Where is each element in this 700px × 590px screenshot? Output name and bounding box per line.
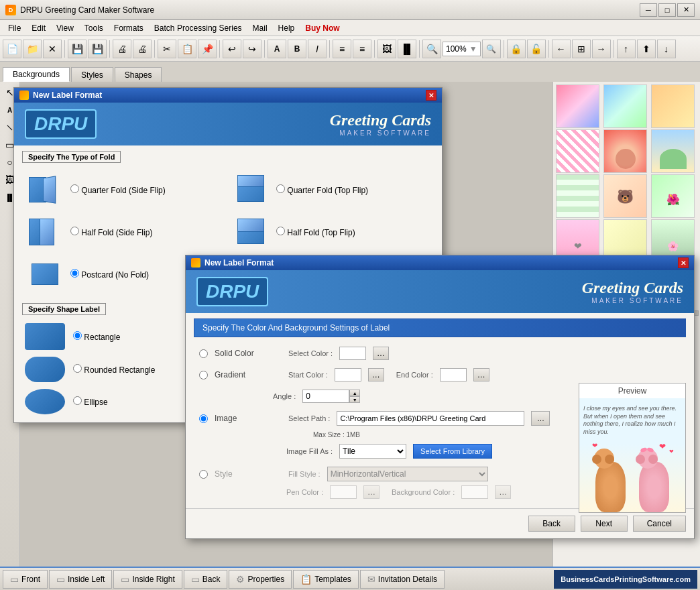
cancel-btn[interactable]: Cancel (633, 516, 686, 532)
toolbar-undo[interactable]: ↩ (223, 40, 241, 58)
toolbar-redo[interactable]: ↪ (243, 40, 261, 58)
image-cell[interactable] (556, 84, 599, 128)
tab-styles[interactable]: Styles (71, 67, 113, 82)
minimize-btn[interactable]: ─ (640, 3, 657, 17)
toolbar-forward[interactable]: → (592, 40, 611, 58)
toolbar-print2[interactable]: 🖨 (133, 40, 152, 58)
menu-buy-now[interactable]: Buy Now (300, 21, 345, 36)
image-radio[interactable] (199, 414, 208, 423)
style-top-row: Style Fill Style : MinHorizontalVertical (199, 467, 488, 481)
dialog1-close[interactable]: ✕ (426, 90, 436, 101)
bottom-tab-properties[interactable]: ⚙ Properties (229, 570, 292, 589)
toolbar-zoom-in[interactable]: 🔍 (482, 40, 501, 58)
bottom-tab-front[interactable]: ▭ Front (3, 570, 48, 589)
browse-btn[interactable]: … (531, 411, 550, 426)
shape-radio-ellipse[interactable] (73, 396, 82, 405)
close-btn[interactable]: ✕ (677, 3, 695, 17)
bottom-tab-inside-left[interactable]: ▭ Inside Left (49, 570, 112, 589)
toolbar-list[interactable]: ≡ (353, 40, 371, 58)
fold-radio-half-top[interactable] (276, 227, 285, 235)
menu-batch[interactable]: Batch Processing Series (149, 21, 247, 36)
menu-file[interactable]: File (3, 21, 26, 36)
toolbar-cut[interactable]: ✂ (158, 40, 176, 58)
menu-view[interactable]: View (51, 21, 79, 36)
menu-formats[interactable]: Formats (109, 21, 149, 36)
toolbar-open[interactable]: 📁 (23, 40, 42, 58)
solid-color-btn[interactable]: … (373, 347, 389, 360)
fold-radio-quarter-top[interactable] (276, 184, 285, 193)
toolbar-align[interactable]: ≡ (333, 40, 351, 58)
toolbar-zoom-out[interactable]: 🔍 (422, 40, 441, 58)
image-cell[interactable] (556, 129, 599, 173)
fold-radio-postcard[interactable] (70, 269, 79, 278)
next-btn[interactable]: Next (581, 516, 628, 532)
toolbar-copy[interactable]: 📋 (178, 40, 196, 58)
toolbar-back[interactable]: ← (552, 40, 571, 58)
style-radio[interactable] (199, 470, 208, 479)
select-from-library-btn[interactable]: Select From Library (413, 444, 492, 459)
gradient-radio[interactable] (199, 371, 208, 379)
shape-radio-rounded[interactable] (73, 364, 82, 373)
toolbar-unlock[interactable]: 🔓 (527, 40, 546, 58)
toolbar-new[interactable]: 📄 (3, 40, 21, 58)
image-path-input[interactable] (337, 411, 524, 426)
bottom-tab-back-label: Back (202, 575, 221, 584)
image-cell[interactable] (651, 84, 695, 128)
menu-tools[interactable]: Tools (79, 21, 109, 36)
fold-radio-quarter-side[interactable] (70, 184, 79, 193)
menu-mail[interactable]: Mail (247, 21, 273, 36)
end-color-swatch[interactable] (440, 368, 467, 381)
tab-shapes[interactable]: Shapes (115, 67, 162, 82)
solid-color-swatch[interactable] (339, 347, 366, 360)
toolbar-down[interactable]: ↓ (657, 40, 676, 58)
image-cell[interactable] (556, 174, 599, 218)
gradient-row: Gradient Start Color : … End Color : … (186, 364, 573, 386)
menu-edit[interactable]: Edit (26, 21, 51, 36)
start-color-btn[interactable]: … (368, 368, 384, 381)
bottom-tab-templates[interactable]: 📋 Templates (293, 570, 359, 589)
color-section-label: Specify The Color And Background Setting… (194, 318, 686, 337)
dialog2-close[interactable]: ✕ (678, 257, 689, 268)
image-cell[interactable] (603, 129, 647, 173)
start-color-swatch[interactable] (335, 368, 361, 381)
fold-radio-half-side[interactable] (70, 227, 79, 235)
image-fill-select[interactable]: Tile Stretch Center Fit (339, 444, 406, 459)
bottom-tab-back[interactable]: ▭ Back (184, 570, 228, 589)
tab-backgrounds[interactable]: Backgrounds (3, 67, 70, 82)
fold-icon-quarter-side (25, 171, 65, 208)
toolbar-italic[interactable]: I (308, 40, 327, 58)
shape-radio-rect[interactable] (73, 331, 82, 340)
toolbar-barcode[interactable]: ▐▌ (398, 40, 416, 58)
toolbar-export[interactable]: ⬆ (637, 40, 656, 58)
toolbar-image[interactable]: 🖼 (377, 40, 396, 58)
end-color-btn[interactable]: … (473, 368, 489, 381)
toolbar-up[interactable]: ↑ (617, 40, 636, 58)
greeting-big-1: Greeting Cards (330, 111, 431, 129)
angle-row: Angle : ▲ ▼ (186, 386, 573, 407)
toolbar-lines[interactable]: ⊞ (572, 40, 591, 58)
bottom-tab-inside-right[interactable]: ▭ Inside Right (113, 570, 182, 589)
angle-up-btn[interactable]: ▲ (349, 390, 360, 396)
toolbar-close[interactable]: ✕ (43, 40, 62, 58)
angle-input[interactable] (302, 390, 349, 403)
angle-input-group: ▲ ▼ (302, 390, 360, 403)
toolbar-save[interactable]: 💾 (68, 40, 86, 58)
toolbar-print[interactable]: 🖨 (113, 40, 131, 58)
zoom-display: 100% ▼ (443, 42, 481, 56)
toolbar-bold[interactable]: B (288, 40, 306, 58)
image-cell[interactable] (651, 129, 695, 173)
solid-color-radio[interactable] (199, 349, 208, 358)
toolbar-lock[interactable]: 🔒 (507, 40, 526, 58)
image-cell[interactable]: 🌺 (651, 174, 695, 218)
toolbar-text[interactable]: A (268, 40, 286, 58)
menu-help[interactable]: Help (273, 21, 300, 36)
image-cell[interactable] (603, 84, 647, 128)
toolbar-save-as[interactable]: 💾 (88, 40, 107, 58)
toolbar-paste[interactable]: 📌 (198, 40, 217, 58)
bottom-tab-invitation[interactable]: ✉ Invitation Details (360, 570, 445, 589)
back-btn[interactable]: Back (528, 516, 575, 532)
maximize-btn[interactable]: □ (658, 3, 676, 17)
angle-down-btn[interactable]: ▼ (349, 396, 360, 403)
image-cell[interactable]: 🐻 (603, 174, 647, 218)
dialog1-title-bar: New Label Format ✕ (14, 88, 442, 103)
